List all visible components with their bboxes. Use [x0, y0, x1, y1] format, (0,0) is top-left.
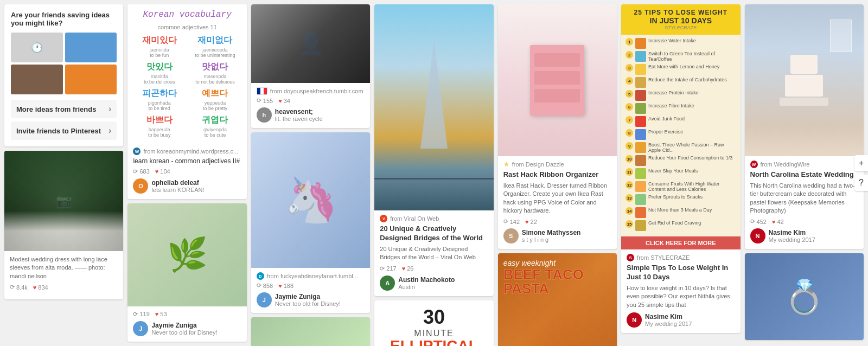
- weight-num-4: 4: [626, 77, 633, 85]
- weight-text-1: Increase Water Intake: [648, 38, 696, 43]
- dresser-repins: ⟳ 142: [503, 218, 520, 225]
- bw-portrait-card: 👤 from doyouspeakfrench.tumblr.com ⟳ 155: [251, 4, 370, 128]
- bridges-avatar: A: [380, 275, 395, 291]
- weight-num-15: 15: [626, 220, 633, 228]
- unicorn-author-sub: Never too old for Disney!: [275, 300, 341, 307]
- heart-icon-p: ♥: [278, 98, 282, 104]
- wedding-cake-image: [745, 4, 864, 156]
- col-3: 👤 from doyouspeakfrench.tumblr.com ⟳ 155: [251, 4, 370, 346]
- korean-romanized-4: maseopda: [189, 74, 241, 79]
- korean-source-label: learn korean - common adjectives II#: [133, 157, 241, 166]
- korean-word-1: 재미있다 jaemiitda to be fun: [133, 35, 186, 58]
- weight-loss-card: 25 TIPS TO LOSE WEIGHT IN JUST 10 DAYS S…: [621, 4, 740, 333]
- korean-meaning-8: to be cute: [189, 132, 241, 138]
- unicorn-avatar: J: [257, 292, 272, 307]
- weight-item-6: 6 Increase Fibre Intake: [626, 103, 736, 114]
- wreath-author-avatar: J: [133, 321, 148, 336]
- elliptical-minute: minute: [380, 329, 488, 338]
- spring-wreath-card: 🌿 ⟳ 119 ♥ 53 J Jaymie Zuniga: [127, 203, 246, 342]
- weight-text-6: Increase Fibre Intake: [648, 103, 694, 108]
- korean-word-2: 재미없다 jaemieopda to be uninteresting: [189, 35, 241, 58]
- repin-icon-c: ⟳: [750, 218, 755, 225]
- weight-icon-12: [635, 181, 646, 192]
- unicorn-placeholder: 🦄: [284, 175, 338, 226]
- spring-wreath-body: ⟳ 119 ♥ 53 J Jaymie Zuniga Never too old…: [127, 306, 246, 342]
- more-ideas-button[interactable]: More ideas from friends ›: [11, 100, 117, 118]
- weight-num-8: 8: [626, 129, 633, 137]
- unicorn-likes: ♥ 188: [278, 282, 293, 289]
- weight-num-7: 7: [626, 116, 633, 124]
- shard-shape: [420, 40, 448, 149]
- bridges-like-count: 26: [407, 265, 413, 272]
- portrait-likes: ♥ 34: [278, 97, 290, 104]
- elliptical-30: 30: [380, 306, 488, 329]
- dresser-author-info: Simone Mathyssen s t y l i n g: [522, 229, 581, 243]
- korean-romanized-6: yeppeuda: [189, 100, 241, 106]
- wreath-like-stat: ♥ 53: [155, 311, 167, 318]
- weight-num-10: 10: [626, 155, 633, 163]
- dresser-desc: Ikea Rast Hack. Dresser turned Ribbon Or…: [503, 182, 611, 215]
- portrait-placeholder: 👤: [297, 31, 324, 56]
- weight-num-14: 14: [626, 207, 633, 215]
- dresser-author-name: Simone Mathyssen: [522, 229, 581, 236]
- korean-card-footer: W from koreaonmymind.wordpress.c... lear…: [127, 143, 246, 199]
- weight-item-11: 11 Never Skip Your Meals: [626, 168, 736, 179]
- korean-word-7: 바쁘다 bappeuda to be busy: [133, 114, 186, 138]
- korean-like-stat: ♥ 104: [155, 168, 170, 175]
- taco-pasta-text: PASTA: [503, 281, 611, 296]
- portrait-repin: ⟳ 155: [257, 97, 273, 104]
- korean-hangul-3: 맛있다: [133, 61, 186, 73]
- weight-click-btn[interactable]: CLICK HERE FOR MORE: [621, 236, 740, 249]
- weight-num-3: 3: [626, 64, 633, 72]
- plus-icon: +: [859, 158, 864, 168]
- bridge-image: [374, 4, 493, 210]
- korean-meaning-2: to be uninteresting: [189, 53, 241, 58]
- stylecraze-desc: How to lose weight in 10 days? Is that e…: [627, 284, 735, 309]
- plus-button[interactable]: +: [854, 155, 868, 171]
- col-6: 25 TIPS TO LOSE WEIGHT IN JUST 10 DAYS S…: [621, 4, 740, 333]
- korean-source-url: from koreaonmymind.wordpress.c...: [143, 148, 238, 155]
- dresser-shape: [530, 45, 584, 116]
- korean-author: O opheliab deleaf lets learn KOREAN!: [133, 178, 241, 194]
- weight-text-2: Switch to Green Tea Instead of Tea/Coffe…: [648, 51, 736, 62]
- korean-word-6: 예쁘다 yeppeuda to be pretty: [189, 88, 241, 111]
- cake-author: N Nasime Kim My wedding 2017: [750, 228, 858, 244]
- wedding-forest-body: Modest wedding dress with long lace slee…: [4, 251, 123, 299]
- weight-text-8: Proper Exercise: [648, 129, 683, 134]
- col-7: W from WeddingWire North Carolina Estate…: [745, 4, 864, 340]
- weight-num-6: 6: [626, 103, 633, 111]
- unicorn-card: 🦄 D from fuckyeahdisneyfanart.tumbl... ⟳…: [251, 132, 370, 313]
- wedding-cake-source-text: from WeddingWire: [761, 161, 810, 168]
- help-button[interactable]: ?: [854, 175, 868, 191]
- weight-header: 25 TIPS TO LOSE WEIGHT IN JUST 10 DAYS S…: [621, 4, 740, 35]
- wreath-author-info: Jaymie Zuniga Never too old for Disney!: [151, 322, 217, 336]
- spring-wreath-image: 🌿: [127, 203, 246, 306]
- col-1: Are your friends saving ideas you might …: [4, 4, 123, 299]
- korean-like-count: 104: [160, 168, 170, 175]
- col-4: V from Viral On Web 20 Unique & Creative…: [374, 4, 493, 346]
- elliptical-workout-line1: ELLIPTICAL: [380, 338, 488, 346]
- unicorn-like-count: 188: [284, 283, 293, 289]
- weight-item-13: 13 Prefer Sprouts to Snacks: [626, 194, 736, 205]
- cake-base: [780, 98, 828, 106]
- portrait-stats: ⟳ 155 ♥ 34: [257, 97, 365, 104]
- wedding-forest-card: 📷 Modest wedding dress with long lace sl…: [4, 151, 123, 299]
- repin-icon-u: ⟳: [257, 282, 261, 289]
- col-5: ★ from Design Dazzle Rast Hack Ribbon Or…: [498, 4, 617, 346]
- korean-author-avatar: O: [133, 178, 148, 194]
- cake-author-info: Nasime Kim My wedding 2017: [769, 229, 815, 243]
- invite-friends-button[interactable]: Invite friends to Pinterest ›: [11, 121, 117, 140]
- korean-romanized-5: pigonhada: [133, 100, 186, 106]
- weight-item-7: 7 Avoid Junk Food: [626, 116, 736, 127]
- taco-image: easy weeknight BEEF TACO PASTA: [498, 253, 617, 346]
- bridges-author-name: Austin Machokoto: [398, 276, 455, 284]
- wreath-stats: ⟳ 119 ♥ 53: [133, 311, 241, 318]
- weight-item-1: 1 Increase Water Intake: [626, 38, 736, 49]
- cake-tier-1: [790, 55, 818, 74]
- weight-item-2: 2 Switch to Green Tea Instead of Tea/Cof…: [626, 51, 736, 62]
- weight-author-avatar: N: [627, 312, 642, 328]
- weight-text-7: Avoid Junk Food: [648, 116, 685, 121]
- cake-shape: [780, 55, 828, 106]
- repin-icon: ⟳: [10, 284, 15, 291]
- weight-author-sub: My wedding 2017: [645, 321, 692, 327]
